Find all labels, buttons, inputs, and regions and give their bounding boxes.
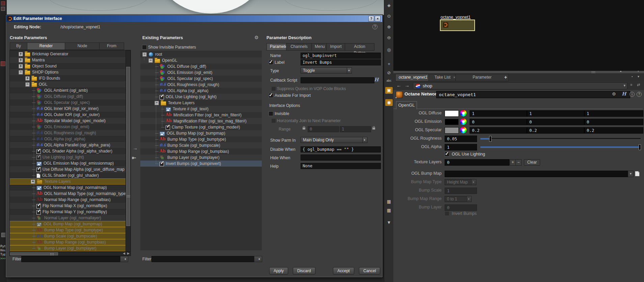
roughness-slider-handle[interactable] bbox=[489, 136, 492, 142]
label-input[interactable]: Invert Bumps bbox=[301, 59, 381, 65]
tree-row[interactable]: 0.6OGL Roughness (ogl_rough) bbox=[10, 130, 126, 136]
tree-row[interactable]: −Texture Layers bbox=[140, 100, 262, 106]
nav-back-icon[interactable]: ← bbox=[396, 82, 401, 88]
tab-channels[interactable]: Channels bbox=[286, 43, 312, 51]
cancel-button[interactable]: Cancel bbox=[359, 267, 380, 275]
tab-by-type[interactable]: By Type bbox=[10, 43, 27, 50]
view-icon[interactable]: ⊙ bbox=[384, 13, 394, 19]
grid2-icon[interactable]: ▦ bbox=[384, 208, 394, 213]
tree-row[interactable]: −SHOP Options bbox=[10, 69, 126, 75]
tree-row[interactable]: ✓Invert Bumps (ogl_bumpinvert) bbox=[140, 161, 262, 167]
name-input[interactable]: ogl_bumpinvert bbox=[301, 53, 381, 59]
range-lock-icon[interactable] bbox=[303, 128, 305, 130]
pane-maximize-icon[interactable]: ▪ bbox=[632, 75, 633, 78]
pan-icon[interactable]: ⊕ bbox=[384, 24, 394, 29]
path-dropdown-icon[interactable]: ▾ bbox=[623, 83, 625, 88]
tree-row[interactable]: Bump Layer (ogl_bumplayer) bbox=[10, 245, 126, 251]
emission-color-swatch[interactable] bbox=[445, 119, 459, 125]
collapse-icon[interactable]: − bbox=[155, 101, 159, 105]
tree-row[interactable]: OGL Bump Map (ogl_bumpmap) bbox=[10, 221, 126, 227]
pin-icon[interactable]: ◉ bbox=[385, 99, 393, 106]
existing-parameters-tree[interactable]: −root−OpenGLOGL Diffuse (ogl_diff)OGL Em… bbox=[140, 51, 262, 250]
header-hscript-icon[interactable]: H bbox=[622, 91, 626, 96]
create-tree-hscrollbar[interactable]: ◀ ▶ bbox=[9, 252, 131, 256]
diffuse-color-swatch[interactable] bbox=[445, 110, 459, 117]
dialog-close-button[interactable]: × bbox=[375, 16, 381, 22]
tab-render-properties[interactable]: Render Properties bbox=[27, 43, 65, 50]
alpha-slider-handle[interactable] bbox=[639, 144, 641, 150]
tree-row[interactable]: 0.6OGL Outer IOR (ogl_ior_outer) bbox=[10, 112, 126, 118]
header-gear-icon[interactable]: ⚙ bbox=[612, 91, 616, 96]
show-invisible-checkbox[interactable] bbox=[142, 45, 147, 50]
opengl-folder-tab[interactable]: OpenGL bbox=[396, 101, 417, 109]
bump-map-file-chooser-icon[interactable] bbox=[635, 171, 640, 176]
tree-row[interactable]: ✓Use Diffuse Map Alpha (ogl_use_diffuse_… bbox=[10, 166, 126, 172]
scroll-down-icon[interactable]: ▼ bbox=[384, 220, 394, 225]
type-spinner[interactable] bbox=[347, 68, 352, 73]
tab-parameter[interactable]: Parameter bbox=[267, 43, 287, 51]
tree-row[interactable]: GLSL Shader (ogl_glsl_shader) bbox=[10, 172, 126, 178]
tree-row[interactable]: AbBump Map Range (ogl_bumpbias) bbox=[140, 148, 262, 154]
bump-map-menu-button[interactable]: ▾ bbox=[628, 171, 634, 177]
tool-mini-icon2[interactable] bbox=[1, 233, 6, 237]
tree-row[interactable]: OGL Diffuse (ogl_diff) bbox=[10, 93, 126, 100]
diffuse-color-wheel-icon[interactable] bbox=[460, 110, 467, 116]
tree-row[interactable]: AbBump Map Type (ogl_bumptype) bbox=[140, 136, 262, 142]
move-parameter-left-button[interactable]: ⇤ bbox=[132, 155, 136, 161]
tree-row[interactable]: OGL Emission (ogl_emit) bbox=[10, 124, 126, 130]
pane-collapse-up-icon[interactable]: ▲ bbox=[619, 71, 622, 73]
tree-row[interactable]: AbMinification Filter (ogl_tex_min_filte… bbox=[140, 112, 262, 118]
dialog-help-button[interactable]: ? bbox=[368, 16, 374, 22]
tree-row[interactable]: 0.6OGL Roughness (ogl_rough) bbox=[140, 82, 262, 88]
help-input[interactable]: None bbox=[301, 163, 381, 169]
specular-color-wheel-icon[interactable] bbox=[460, 127, 467, 133]
alpha-input[interactable]: 1 bbox=[445, 144, 477, 150]
tree-row[interactable]: 0.6OGL Inner IOR (ogl_ior_inner) bbox=[10, 106, 126, 112]
node-name-field[interactable]: octane_vopnet1 bbox=[436, 91, 630, 98]
tree-row[interactable]: +Brickmap Generator bbox=[10, 51, 126, 57]
tree-row[interactable]: Texture # (ogl_tex#) bbox=[140, 106, 262, 112]
tree-row[interactable]: AbSpecular Model (ogl_spec_model) bbox=[10, 118, 126, 124]
collapse-icon[interactable]: − bbox=[142, 52, 147, 57]
tab-action-button[interactable]: Action Button bbox=[345, 43, 374, 51]
tab-import[interactable]: Import bbox=[326, 43, 345, 51]
range-lock2-icon[interactable] bbox=[372, 128, 375, 130]
dolly-icon[interactable]: ◎ bbox=[384, 47, 394, 52]
tree-row[interactable]: OGL Emission (ogl_emit) bbox=[140, 69, 262, 76]
emission-g-input[interactable]: 0 bbox=[527, 119, 584, 125]
grid-icon[interactable]: ▦ bbox=[384, 199, 394, 204]
tree-row[interactable]: AbOGL Normal Map Type (ogl_normalmap_typ… bbox=[10, 191, 126, 197]
tree-row[interactable]: 0.6OGL Alpha Parallel (ogl_alpha_para) bbox=[10, 142, 126, 148]
existing-filter-input[interactable] bbox=[151, 256, 255, 262]
create-filter-menu-button[interactable] bbox=[120, 256, 128, 262]
invisible-checkbox[interactable] bbox=[269, 111, 273, 116]
emission-b-input[interactable]: 0 bbox=[584, 119, 643, 125]
type-dropdown[interactable]: Toggle bbox=[301, 67, 352, 74]
tree-row[interactable]: OGL Specular (ogl_spec) bbox=[140, 76, 262, 82]
tree-row[interactable]: AbMagnification Filter (ogl_tex_mag_filt… bbox=[140, 118, 262, 124]
tree-row[interactable]: −OpenGL bbox=[140, 57, 262, 63]
diffuse-r-input[interactable]: 1 bbox=[470, 110, 527, 117]
tree-row[interactable]: 0.6OGL Alpha (ogl_alpha) bbox=[10, 136, 126, 142]
tab-close-icon[interactable]: × bbox=[453, 75, 455, 79]
create-filter-input[interactable] bbox=[21, 256, 121, 262]
apply-button[interactable]: Apply bbox=[269, 267, 288, 275]
create-tree-vscrollbar[interactable] bbox=[125, 50, 131, 252]
tree-row[interactable]: Normal Layer (ogl_normallayer) bbox=[10, 215, 126, 221]
collapse-icon[interactable]: − bbox=[25, 82, 30, 87]
tree-row[interactable]: OGL Bump Map (ogl_bumpmap) bbox=[140, 130, 262, 136]
new-tab-button[interactable]: + bbox=[502, 74, 509, 81]
tab-from-nodes[interactable]: From Nodes bbox=[99, 43, 124, 50]
bump-map-input[interactable] bbox=[445, 171, 628, 177]
collapse-icon[interactable]: − bbox=[19, 70, 23, 75]
texture-layers-add-button[interactable]: + bbox=[510, 159, 516, 166]
diffuse-b-input[interactable]: 1 bbox=[584, 110, 643, 117]
specular-color-swatch[interactable] bbox=[445, 127, 459, 134]
specular-b-input[interactable]: 0.2 bbox=[584, 127, 643, 134]
tab-menu[interactable]: Menu bbox=[311, 43, 327, 51]
tree-row[interactable]: ✓OGL Use Lighting (ogl_light) bbox=[140, 94, 262, 100]
nav-forward-icon[interactable]: → bbox=[404, 82, 410, 88]
disable-when-input[interactable]: { ogl_bumpmap == "" } bbox=[301, 146, 381, 152]
emission-color-wheel-icon[interactable] bbox=[460, 118, 467, 125]
pane-tab-parameter-spreadsheet[interactable]: Parameter Spreadsheet× bbox=[455, 74, 509, 81]
